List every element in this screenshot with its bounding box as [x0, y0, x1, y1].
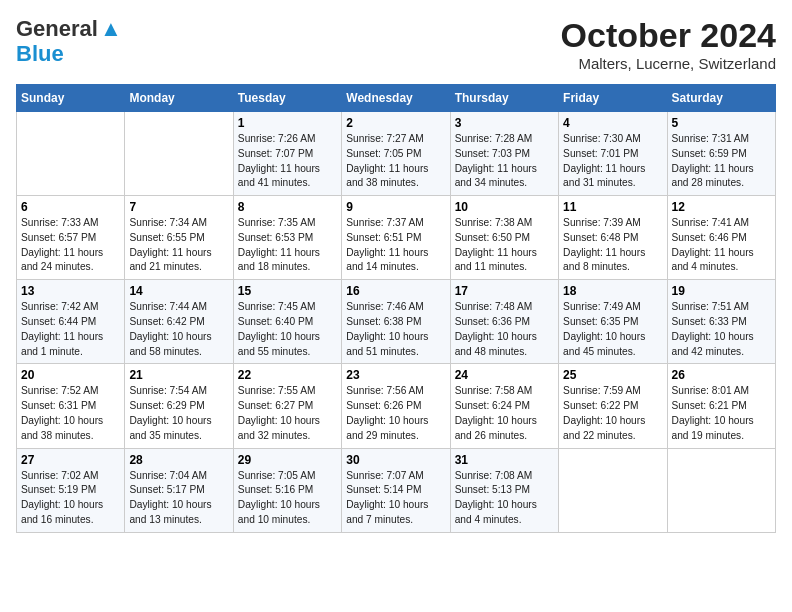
calendar-day-cell: 16Sunrise: 7:46 AM Sunset: 6:38 PM Dayli… — [342, 280, 450, 364]
day-number: 23 — [346, 368, 445, 382]
day-number: 13 — [21, 284, 120, 298]
calendar-day-cell: 8Sunrise: 7:35 AM Sunset: 6:53 PM Daylig… — [233, 196, 341, 280]
day-info: Sunrise: 7:59 AM Sunset: 6:22 PM Dayligh… — [563, 384, 662, 443]
day-info: Sunrise: 7:46 AM Sunset: 6:38 PM Dayligh… — [346, 300, 445, 359]
calendar-day-cell: 4Sunrise: 7:30 AM Sunset: 7:01 PM Daylig… — [559, 112, 667, 196]
day-number: 3 — [455, 116, 554, 130]
day-number: 15 — [238, 284, 337, 298]
weekday-header-cell: Wednesday — [342, 85, 450, 112]
day-info: Sunrise: 7:28 AM Sunset: 7:03 PM Dayligh… — [455, 132, 554, 191]
day-info: Sunrise: 7:27 AM Sunset: 7:05 PM Dayligh… — [346, 132, 445, 191]
day-info: Sunrise: 7:34 AM Sunset: 6:55 PM Dayligh… — [129, 216, 228, 275]
day-number: 16 — [346, 284, 445, 298]
day-info: Sunrise: 7:42 AM Sunset: 6:44 PM Dayligh… — [21, 300, 120, 359]
calendar-day-cell: 28Sunrise: 7:04 AM Sunset: 5:17 PM Dayli… — [125, 448, 233, 532]
day-number: 24 — [455, 368, 554, 382]
day-number: 11 — [563, 200, 662, 214]
calendar-day-cell: 31Sunrise: 7:08 AM Sunset: 5:13 PM Dayli… — [450, 448, 558, 532]
day-number: 31 — [455, 453, 554, 467]
calendar-day-cell: 13Sunrise: 7:42 AM Sunset: 6:44 PM Dayli… — [17, 280, 125, 364]
day-number: 18 — [563, 284, 662, 298]
calendar-day-cell: 20Sunrise: 7:52 AM Sunset: 6:31 PM Dayli… — [17, 364, 125, 448]
day-info: Sunrise: 7:56 AM Sunset: 6:26 PM Dayligh… — [346, 384, 445, 443]
calendar-day-cell: 23Sunrise: 7:56 AM Sunset: 6:26 PM Dayli… — [342, 364, 450, 448]
calendar-day-cell: 22Sunrise: 7:55 AM Sunset: 6:27 PM Dayli… — [233, 364, 341, 448]
calendar-day-cell: 10Sunrise: 7:38 AM Sunset: 6:50 PM Dayli… — [450, 196, 558, 280]
day-info: Sunrise: 7:45 AM Sunset: 6:40 PM Dayligh… — [238, 300, 337, 359]
weekday-header-cell: Monday — [125, 85, 233, 112]
calendar-day-cell: 18Sunrise: 7:49 AM Sunset: 6:35 PM Dayli… — [559, 280, 667, 364]
day-number: 1 — [238, 116, 337, 130]
location-title: Malters, Lucerne, Switzerland — [561, 55, 776, 72]
calendar-day-cell: 17Sunrise: 7:48 AM Sunset: 6:36 PM Dayli… — [450, 280, 558, 364]
calendar-week-row: 13Sunrise: 7:42 AM Sunset: 6:44 PM Dayli… — [17, 280, 776, 364]
calendar-day-cell: 1Sunrise: 7:26 AM Sunset: 7:07 PM Daylig… — [233, 112, 341, 196]
calendar-body: 1Sunrise: 7:26 AM Sunset: 7:07 PM Daylig… — [17, 112, 776, 533]
calendar-day-cell: 3Sunrise: 7:28 AM Sunset: 7:03 PM Daylig… — [450, 112, 558, 196]
calendar-day-cell — [559, 448, 667, 532]
day-number: 19 — [672, 284, 771, 298]
day-number: 4 — [563, 116, 662, 130]
calendar-day-cell: 14Sunrise: 7:44 AM Sunset: 6:42 PM Dayli… — [125, 280, 233, 364]
day-number: 27 — [21, 453, 120, 467]
day-info: Sunrise: 7:02 AM Sunset: 5:19 PM Dayligh… — [21, 469, 120, 528]
day-number: 14 — [129, 284, 228, 298]
calendar-day-cell: 29Sunrise: 7:05 AM Sunset: 5:16 PM Dayli… — [233, 448, 341, 532]
day-number: 5 — [672, 116, 771, 130]
calendar-week-row: 27Sunrise: 7:02 AM Sunset: 5:19 PM Dayli… — [17, 448, 776, 532]
day-info: Sunrise: 7:26 AM Sunset: 7:07 PM Dayligh… — [238, 132, 337, 191]
day-info: Sunrise: 7:41 AM Sunset: 6:46 PM Dayligh… — [672, 216, 771, 275]
weekday-header-cell: Saturday — [667, 85, 775, 112]
day-info: Sunrise: 7:37 AM Sunset: 6:51 PM Dayligh… — [346, 216, 445, 275]
day-info: Sunrise: 7:39 AM Sunset: 6:48 PM Dayligh… — [563, 216, 662, 275]
day-info: Sunrise: 7:58 AM Sunset: 6:24 PM Dayligh… — [455, 384, 554, 443]
calendar-day-cell: 26Sunrise: 8:01 AM Sunset: 6:21 PM Dayli… — [667, 364, 775, 448]
calendar-day-cell: 11Sunrise: 7:39 AM Sunset: 6:48 PM Dayli… — [559, 196, 667, 280]
day-number: 12 — [672, 200, 771, 214]
weekday-header-cell: Sunday — [17, 85, 125, 112]
day-info: Sunrise: 7:04 AM Sunset: 5:17 PM Dayligh… — [129, 469, 228, 528]
day-info: Sunrise: 7:07 AM Sunset: 5:14 PM Dayligh… — [346, 469, 445, 528]
page-header: General▲ Blue October 2024 Malters, Luce… — [16, 16, 776, 72]
calendar-day-cell: 21Sunrise: 7:54 AM Sunset: 6:29 PM Dayli… — [125, 364, 233, 448]
day-number: 7 — [129, 200, 228, 214]
day-number: 25 — [563, 368, 662, 382]
logo-blue-text: Blue — [16, 41, 64, 66]
calendar-day-cell: 7Sunrise: 7:34 AM Sunset: 6:55 PM Daylig… — [125, 196, 233, 280]
day-number: 8 — [238, 200, 337, 214]
calendar-table: SundayMondayTuesdayWednesdayThursdayFrid… — [16, 84, 776, 533]
day-info: Sunrise: 7:49 AM Sunset: 6:35 PM Dayligh… — [563, 300, 662, 359]
calendar-day-cell — [667, 448, 775, 532]
day-number: 6 — [21, 200, 120, 214]
calendar-week-row: 1Sunrise: 7:26 AM Sunset: 7:07 PM Daylig… — [17, 112, 776, 196]
day-info: Sunrise: 7:55 AM Sunset: 6:27 PM Dayligh… — [238, 384, 337, 443]
day-info: Sunrise: 7:05 AM Sunset: 5:16 PM Dayligh… — [238, 469, 337, 528]
calendar-day-cell: 5Sunrise: 7:31 AM Sunset: 6:59 PM Daylig… — [667, 112, 775, 196]
logo: General▲ Blue — [16, 16, 122, 67]
day-number: 20 — [21, 368, 120, 382]
calendar-day-cell: 9Sunrise: 7:37 AM Sunset: 6:51 PM Daylig… — [342, 196, 450, 280]
day-number: 17 — [455, 284, 554, 298]
day-info: Sunrise: 7:44 AM Sunset: 6:42 PM Dayligh… — [129, 300, 228, 359]
month-title: October 2024 — [561, 16, 776, 55]
calendar-day-cell: 6Sunrise: 7:33 AM Sunset: 6:57 PM Daylig… — [17, 196, 125, 280]
title-block: October 2024 Malters, Lucerne, Switzerla… — [561, 16, 776, 72]
weekday-header-cell: Tuesday — [233, 85, 341, 112]
calendar-day-cell — [125, 112, 233, 196]
calendar-day-cell: 24Sunrise: 7:58 AM Sunset: 6:24 PM Dayli… — [450, 364, 558, 448]
calendar-week-row: 6Sunrise: 7:33 AM Sunset: 6:57 PM Daylig… — [17, 196, 776, 280]
day-info: Sunrise: 7:30 AM Sunset: 7:01 PM Dayligh… — [563, 132, 662, 191]
day-info: Sunrise: 7:31 AM Sunset: 6:59 PM Dayligh… — [672, 132, 771, 191]
day-info: Sunrise: 7:35 AM Sunset: 6:53 PM Dayligh… — [238, 216, 337, 275]
calendar-day-cell — [17, 112, 125, 196]
day-info: Sunrise: 7:54 AM Sunset: 6:29 PM Dayligh… — [129, 384, 228, 443]
day-number: 26 — [672, 368, 771, 382]
day-info: Sunrise: 7:52 AM Sunset: 6:31 PM Dayligh… — [21, 384, 120, 443]
day-info: Sunrise: 8:01 AM Sunset: 6:21 PM Dayligh… — [672, 384, 771, 443]
calendar-week-row: 20Sunrise: 7:52 AM Sunset: 6:31 PM Dayli… — [17, 364, 776, 448]
day-info: Sunrise: 7:38 AM Sunset: 6:50 PM Dayligh… — [455, 216, 554, 275]
day-number: 10 — [455, 200, 554, 214]
day-number: 29 — [238, 453, 337, 467]
day-number: 28 — [129, 453, 228, 467]
weekday-header-cell: Friday — [559, 85, 667, 112]
